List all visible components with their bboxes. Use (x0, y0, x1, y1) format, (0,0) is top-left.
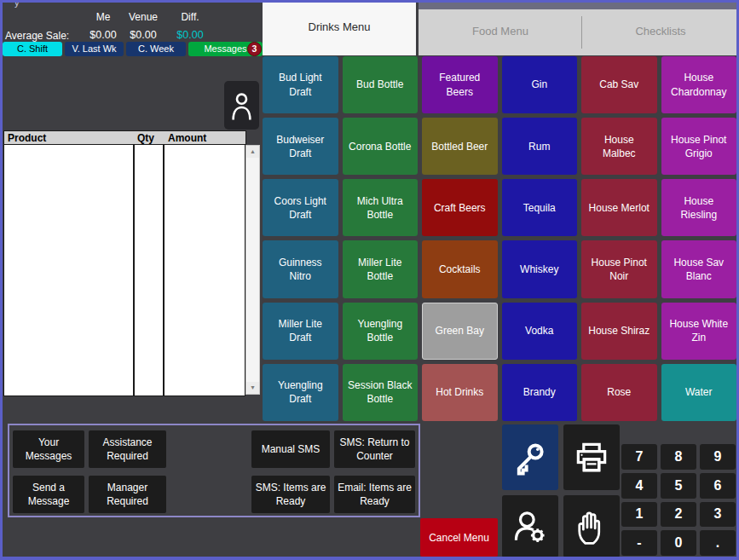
scroll-down-arrow-icon[interactable]: ▼ (246, 382, 259, 394)
menu-item-rose[interactable]: Rose (581, 364, 657, 421)
numpad: 789456123-0. (621, 444, 736, 556)
menu-item-corona-bottle[interactable]: Corona Bottle (343, 118, 419, 175)
stats-button-v-last-wk[interactable]: V. Last Wk (65, 42, 124, 56)
numpad-key-2[interactable]: 2 (661, 502, 696, 528)
column-amount: Amount (168, 132, 206, 144)
menu-item-vodka[interactable]: Vodka (502, 303, 578, 360)
order-table-qty-column (134, 144, 164, 396)
menu-item-house-merlot[interactable]: House Merlot (581, 179, 657, 236)
numpad-key-7[interactable]: 7 (621, 444, 657, 470)
menu-item-brandy[interactable]: Brandy (502, 364, 578, 421)
message-button-assistance-required[interactable]: Assistance Required (89, 430, 166, 468)
menu-item-mich-ultra-bottle[interactable]: Mich Ultra Bottle (343, 179, 419, 236)
message-panel: Your MessagesAssistance RequiredManual S… (8, 424, 420, 517)
stats-header-me: Me (85, 11, 121, 23)
tab-strip (419, 3, 739, 9)
numpad-key-4[interactable]: 4 (621, 473, 657, 499)
tab-food-menu[interactable]: Food Menu (419, 9, 582, 55)
stats-button-c-week[interactable]: C. Week (126, 42, 186, 56)
stats-header-venue: Venue (123, 11, 164, 23)
menu-item-cocktails[interactable]: Cocktails (422, 240, 498, 297)
order-table-header: Product Qty Amount (3, 130, 246, 145)
tab-divider (581, 16, 582, 49)
tab-drinks-menu[interactable]: Drinks Menu (263, 3, 416, 55)
menu-item-bud-bottle[interactable]: Bud Bottle (343, 56, 419, 113)
tab-checklists[interactable]: Checklists (582, 9, 739, 55)
menu-item-house-riesling[interactable]: House Riesling (661, 179, 737, 236)
numpad-key-8[interactable]: 8 (661, 444, 696, 470)
order-table-amount-column (164, 144, 245, 396)
message-panel-row: Send a MessageManager RequiredSMS: Items… (13, 476, 415, 513)
menu-item-guinness-nitro[interactable]: Guinness Nitro (263, 240, 338, 297)
stop-hand-icon (572, 507, 611, 546)
order-table-scrollbar[interactable]: ▲ ▼ (245, 145, 260, 395)
drinks-menu-grid: Bud Light DraftBud BottleFeatured BeersG… (263, 56, 736, 421)
average-sale-venue: $0.00 (123, 29, 164, 41)
message-panel-empty-slot (170, 476, 247, 513)
message-button-sms-items-are-ready[interactable]: SMS: Items are Ready (251, 476, 330, 513)
menu-item-yuengling-bottle[interactable]: Yuengling Bottle (343, 303, 419, 360)
message-button-your-messages[interactable]: Your Messages (13, 430, 84, 468)
key-icon (511, 439, 549, 476)
numpad-key-5[interactable]: 5 (661, 473, 696, 499)
numpad-key-1[interactable]: 1 (621, 502, 657, 528)
numpad-key-decimal[interactable]: . (700, 530, 736, 556)
order-table-product-column (3, 144, 134, 396)
user-settings-icon (511, 507, 550, 546)
column-product: Product (8, 132, 46, 144)
message-panel-row: Your MessagesAssistance RequiredManual S… (13, 430, 415, 468)
menu-item-coors-light-draft[interactable]: Coors Light Draft (263, 179, 338, 236)
user-settings-button[interactable] (502, 495, 558, 557)
message-button-email-items-are-ready[interactable]: Email: Items are Ready (334, 476, 415, 513)
stats-button-c-shift[interactable]: C. Shift (3, 42, 62, 56)
message-button-manager-required[interactable]: Manager Required (89, 476, 166, 513)
menu-item-tequila[interactable]: Tequila (502, 179, 578, 236)
menu-item-miller-lite-draft[interactable]: Miller Lite Draft (263, 303, 338, 360)
key-login-button[interactable] (502, 424, 558, 490)
scroll-up-arrow-icon[interactable]: ▲ (246, 146, 259, 158)
numpad-key-9[interactable]: 9 (700, 444, 736, 470)
menu-item-whiskey[interactable]: Whiskey (502, 240, 578, 297)
menu-item-house-pinot-grigio[interactable]: House Pinot Grigio (661, 118, 737, 175)
menu-item-bottled-beer[interactable]: Bottled Beer (422, 118, 498, 175)
person-icon (229, 89, 254, 123)
printer-icon (572, 438, 611, 477)
customer-button[interactable] (224, 81, 259, 130)
menu-item-session-black-bottle[interactable]: Session Black Bottle (343, 364, 419, 421)
message-button-manual-sms[interactable]: Manual SMS (251, 430, 330, 468)
stop-hand-button[interactable] (563, 495, 620, 557)
message-panel-empty-slot (170, 430, 247, 468)
message-button-sms-return-to-counter[interactable]: SMS: Return to Counter (334, 430, 415, 468)
message-button-send-a-message[interactable]: Send a Message (13, 476, 84, 513)
print-button[interactable] (563, 424, 620, 490)
average-sale-diff: $0.00 (170, 29, 211, 41)
menu-item-miller-lite-bottle[interactable]: Miller Lite Bottle (343, 240, 419, 297)
menu-item-house-chardonnay[interactable]: House Chardonnay (661, 56, 737, 113)
stats-header-diff: Diff. (170, 11, 211, 23)
menu-item-house-white-zin[interactable]: House White Zin (661, 303, 737, 360)
numpad-key-3[interactable]: 3 (700, 502, 736, 528)
numpad-key-minus[interactable]: - (621, 530, 657, 556)
column-qty: Qty (137, 132, 154, 144)
menu-item-craft-beers[interactable]: Craft Beers (422, 179, 498, 236)
menu-item-house-pinot-noir[interactable]: House Pinot Noir (581, 240, 657, 297)
menu-item-house-malbec[interactable]: House Malbec (581, 118, 657, 175)
menu-item-featured-beers[interactable]: Featured Beers (422, 56, 498, 113)
menu-item-bud-light-draft[interactable]: Bud Light Draft (263, 56, 338, 113)
menu-item-cab-sav[interactable]: Cab Sav (581, 56, 657, 113)
average-sale-label: Average Sale: (5, 30, 69, 42)
menu-item-house-shiraz[interactable]: House Shiraz (581, 303, 657, 360)
menu-item-gin[interactable]: Gin (502, 56, 578, 113)
numpad-key-6[interactable]: 6 (700, 473, 736, 499)
clipped-text-fragment: y (14, 0, 20, 8)
menu-item-budweiser-draft[interactable]: Budweiser Draft (263, 118, 338, 175)
menu-item-water[interactable]: Water (661, 364, 737, 421)
menu-item-hot-drinks[interactable]: Hot Drinks (422, 364, 498, 421)
menu-item-green-bay[interactable]: Green Bay (422, 303, 498, 360)
numpad-key-0[interactable]: 0 (661, 530, 696, 556)
menu-item-yuengling-draft[interactable]: Yuengling Draft (263, 364, 338, 421)
cancel-menu-button[interactable]: Cancel Menu (420, 518, 498, 557)
menu-item-house-sav-blanc[interactable]: House Sav Blanc (661, 240, 737, 297)
pos-window: y Me Venue Diff. Average Sale: $0.00 $0.… (0, 0, 739, 560)
menu-item-rum[interactable]: Rum (502, 118, 578, 175)
